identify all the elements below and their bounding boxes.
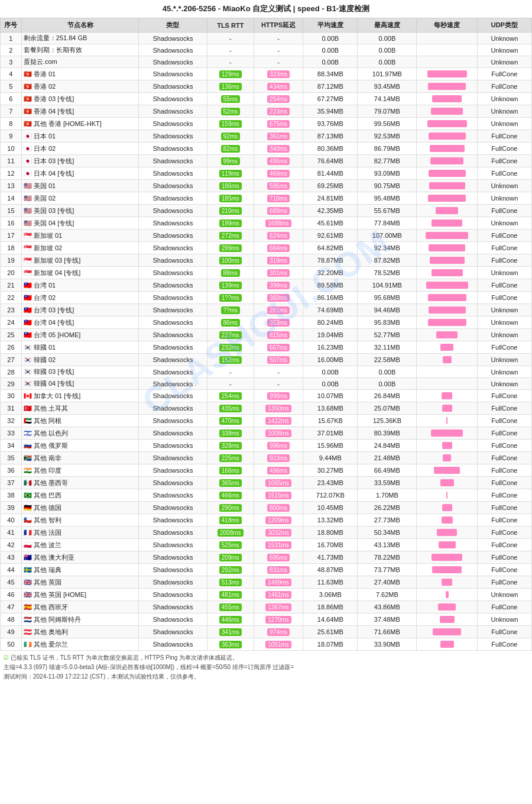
cell-type: Shadowsocks bbox=[139, 539, 207, 551]
cell-https: 831ms bbox=[254, 564, 303, 576]
cell-udp: FullCone bbox=[477, 390, 531, 402]
cell-name: 🇰🇷 韓國 03 [专线] bbox=[21, 366, 138, 378]
table-row: 48🇳🇱 其他 阿姆斯特丹Shadowsocks446ms1270ms14.64… bbox=[1, 614, 532, 626]
cell-type: Shadowsocks bbox=[139, 527, 207, 539]
cell-name: 🇲🇽 其他 墨西哥 bbox=[21, 477, 138, 489]
cell-speed-bar bbox=[417, 415, 477, 427]
cell-avg: 67.27MB bbox=[303, 93, 358, 105]
cell-idx: 30 bbox=[1, 390, 22, 402]
cell-https: 360ms bbox=[254, 292, 303, 304]
cell-speed-bar bbox=[417, 230, 477, 242]
cell-avg: 86.16MB bbox=[303, 292, 358, 304]
cell-tls: 88ms bbox=[207, 267, 254, 279]
cell-type: Shadowsocks bbox=[139, 155, 207, 167]
cell-name: 🇹🇼 台湾 01 bbox=[21, 279, 138, 292]
cell-tls: 82ms bbox=[207, 143, 254, 155]
cell-avg: 24.81MB bbox=[303, 192, 358, 205]
cell-https: 974ms bbox=[254, 626, 303, 638]
cell-idx: 20 bbox=[1, 267, 22, 279]
cell-type: Shadowsocks bbox=[139, 502, 207, 514]
table-row: 18🇸🇬 新加坡 02Shadowsocks299ms664ms64.82MB9… bbox=[1, 242, 532, 254]
cell-speed-bar bbox=[417, 601, 477, 614]
cell-avg: 32.20MB bbox=[303, 267, 358, 279]
cell-tls: 210ms bbox=[207, 205, 254, 217]
cell-type: Shadowsocks bbox=[139, 118, 207, 130]
cell-type: Shadowsocks bbox=[139, 366, 207, 378]
cell-type: Shadowsocks bbox=[139, 68, 207, 80]
cell-speed-bar bbox=[417, 205, 477, 217]
cell-https: - bbox=[254, 33, 303, 44]
cell-idx: 27 bbox=[1, 354, 22, 366]
cell-udp: FullCone bbox=[477, 564, 531, 576]
cell-idx: 22 bbox=[1, 292, 22, 304]
cell-udp: Unknown bbox=[477, 44, 531, 56]
cell-udp: FullCone bbox=[477, 292, 531, 304]
table-row: 32🇦🇪 其他 阿根Shadowsocks470ms1422ms15.67KB1… bbox=[1, 415, 532, 427]
cell-https: 323ms bbox=[254, 68, 303, 80]
cell-udp: FullCone bbox=[477, 205, 531, 217]
table-row: 19🇸🇬 新加坡 03 [专线]Shadowsocks100ms319ms78.… bbox=[1, 254, 532, 267]
cell-name: 🇸🇬 新加坡 01 bbox=[21, 230, 138, 242]
cell-https: 1422ms bbox=[254, 415, 303, 427]
cell-avg: 92.61MB bbox=[303, 230, 358, 242]
cell-name: 🇨🇦 加拿大 01 [专线] bbox=[21, 390, 138, 402]
cell-type: Shadowsocks bbox=[139, 130, 207, 143]
footer-line-3: 测试时间：2024-11-09 17:22:12 (CST)，本测试为试验性结果… bbox=[4, 672, 528, 682]
table-row: 10🇯🇵 日本 02Shadowsocks82ms340ms80.36MB86.… bbox=[1, 143, 532, 155]
table-row: 29🇰🇷 韓國 04 [专线]Shadowsocks--0.00B0.00BUn… bbox=[1, 378, 532, 390]
cell-max: 125.36KB bbox=[358, 415, 417, 427]
cell-name: 🇪🇸 其他 西班牙 bbox=[21, 601, 138, 614]
cell-type: Shadowsocks bbox=[139, 415, 207, 427]
table-row: 43🇦🇺 其他 澳大利亚Shadowsocks209ms695ms41.73MB… bbox=[1, 551, 532, 564]
cell-speed-bar bbox=[417, 56, 477, 68]
cell-https: 800ms bbox=[254, 502, 303, 514]
cell-name: 🇬🇧 其他 英国 bbox=[21, 576, 138, 589]
table-row: 15🇺🇸 美国 03 [专线]Shadowsocks210ms689ms42.3… bbox=[1, 205, 532, 217]
cell-udp: FullCone bbox=[477, 155, 531, 167]
table-row: 46🇬🇧 其他 英国 [HOME]Shadowsocks481ms1461ms3… bbox=[1, 589, 532, 601]
cell-tls: 166ms bbox=[207, 464, 254, 477]
cell-idx: 26 bbox=[1, 341, 22, 354]
table-row: 47🇪🇸 其他 西班牙Shadowsocks455ms1367ms18.86MB… bbox=[1, 601, 532, 614]
table-row: 20🇸🇬 新加坡 04 [专线]Shadowsocks88ms301ms32.2… bbox=[1, 267, 532, 279]
table-row: 31🇹🇷 其他 土耳其Shadowsocks435ms1350ms13.68MB… bbox=[1, 402, 532, 415]
cell-speed-bar bbox=[417, 44, 477, 56]
cell-name: 🇸🇬 新加坡 04 [专线] bbox=[21, 267, 138, 279]
cell-name: 剩余流量：251.84 GB bbox=[21, 33, 138, 44]
cell-avg: 93.76MB bbox=[303, 118, 358, 130]
cell-idx: 35 bbox=[1, 452, 22, 464]
cell-avg: 80.36MB bbox=[303, 143, 358, 155]
table-row: 21🇹🇼 台湾 01Shadowsocks139ms399ms89.58MB10… bbox=[1, 279, 532, 292]
cell-tls: 129ms bbox=[207, 68, 254, 80]
cell-max: 43.13MB bbox=[358, 539, 417, 551]
cell-avg: 16.00MB bbox=[303, 354, 358, 366]
cell-idx: 17 bbox=[1, 230, 22, 242]
cell-udp: FullCone bbox=[477, 130, 531, 143]
cell-https: 254ms bbox=[254, 93, 303, 105]
cell-udp: FullCone bbox=[477, 427, 531, 440]
cell-max: 78.52MB bbox=[358, 267, 417, 279]
col-header-type: 类型 bbox=[139, 18, 207, 33]
cell-idx: 8 bbox=[1, 118, 22, 130]
cell-https: 223ms bbox=[254, 105, 303, 118]
cell-https: 998ms bbox=[254, 390, 303, 402]
cell-max: 71.66MB bbox=[358, 626, 417, 638]
cell-idx: 5 bbox=[1, 80, 22, 93]
cell-tls: 86ms bbox=[207, 317, 254, 329]
cell-name: 🇨🇱 其他 智利 bbox=[21, 514, 138, 527]
cell-type: Shadowsocks bbox=[139, 551, 207, 564]
table-row: 40🇨🇱 其他 智利Shadowsocks418ms1209ms13.32MB2… bbox=[1, 514, 532, 527]
cell-https: 1051ms bbox=[254, 638, 303, 651]
cell-idx: 16 bbox=[1, 217, 22, 230]
cell-speed-bar bbox=[417, 502, 477, 514]
cell-udp: Unknown bbox=[477, 33, 531, 44]
cell-tls: 119ms bbox=[207, 167, 254, 180]
cell-https: 1531ms bbox=[254, 539, 303, 551]
table-row: 13🇺🇸 美国 01Shadowsocks186ms595ms69.25MB90… bbox=[1, 180, 532, 192]
cell-name: 🇸🇬 新加坡 02 bbox=[21, 242, 138, 254]
cell-max: 0.00B bbox=[358, 366, 417, 378]
cell-udp: FullCone bbox=[477, 514, 531, 527]
col-header-https: HTTPS延迟 bbox=[254, 18, 303, 33]
cell-https: 1367ms bbox=[254, 601, 303, 614]
table-row: 42🇵🇱 其他 波兰Shadowsocks525ms1531ms16.70MB4… bbox=[1, 539, 532, 551]
